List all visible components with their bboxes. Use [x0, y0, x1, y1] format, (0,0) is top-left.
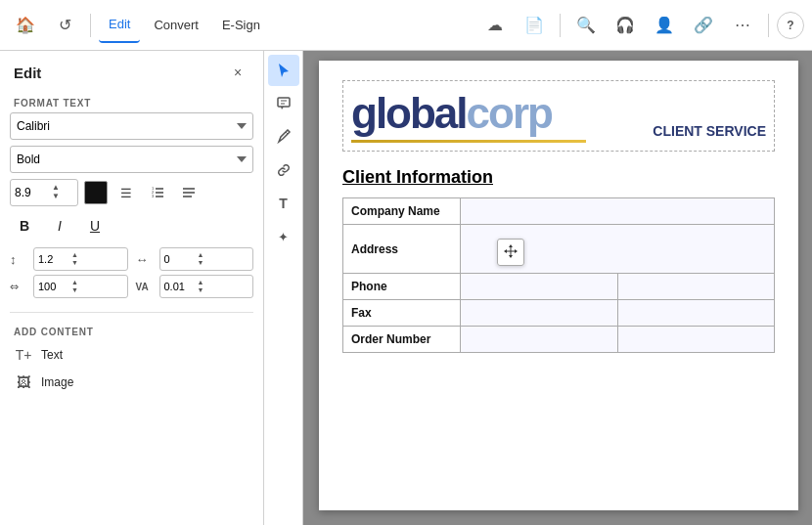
vertical-toolbar: T ✦	[264, 51, 303, 525]
convert-tab[interactable]: Convert	[144, 8, 208, 43]
text-add-icon: T+	[14, 347, 33, 363]
content-area: T ✦ globalcorp CLIENT SERVICE	[264, 51, 812, 525]
line-spacing-arrows[interactable]: ▲▼	[69, 251, 80, 266]
panel-close-button[interactable]: ×	[226, 61, 249, 84]
phone-label: Phone	[343, 274, 461, 300]
svg-rect-9	[278, 98, 290, 107]
logo-global: global	[351, 89, 467, 137]
logo-corp: corp	[467, 89, 552, 137]
unordered-list-button[interactable]: ☰	[113, 180, 139, 205]
baseline-icon: VA	[136, 282, 156, 292]
scale-input[interactable]	[34, 281, 69, 292]
logo-text: globalcorp	[351, 89, 586, 138]
info-table: Company Name Address Phone	[342, 197, 775, 353]
font-family-dropdown-row: Calibri Arial Times New Roman	[10, 112, 253, 140]
edit-tab[interactable]: Edit	[99, 8, 140, 43]
ordered-list-button[interactable]: 123	[145, 180, 170, 205]
document-page: globalcorp CLIENT SERVICE Client Informa…	[319, 61, 798, 510]
search-button[interactable]: 🔍	[568, 8, 604, 43]
baseline-item: VA ▲▼	[136, 275, 254, 298]
baseline-arrows[interactable]: ▲▼	[196, 279, 206, 293]
font-weight-dropdown-row: Bold Regular Italic Bold Italic	[10, 146, 253, 173]
cloud-button[interactable]: ☁	[477, 8, 513, 43]
font-size-input[interactable]	[11, 186, 50, 199]
panel-header: Edit ×	[0, 51, 263, 90]
cursor-tool-button[interactable]	[268, 55, 299, 86]
char-spacing-input[interactable]	[160, 253, 196, 265]
document-button[interactable]: 📄	[517, 8, 552, 43]
text-style-row: B I U	[10, 212, 253, 240]
document-wrapper: globalcorp CLIENT SERVICE Client Informa…	[305, 51, 812, 525]
image-item-label: Image	[41, 375, 73, 389]
fax-value-1	[461, 300, 618, 327]
phone-value-2	[617, 274, 775, 300]
font-size-group: ▲ ▼	[10, 179, 78, 206]
svg-text:3: 3	[152, 194, 155, 198]
bold-button[interactable]: B	[10, 212, 39, 240]
format-section: Calibri Arial Times New Roman Bold Regul…	[0, 112, 263, 306]
align-button[interactable]	[176, 180, 202, 205]
address-label: Address	[343, 225, 461, 274]
magic-tool-button[interactable]: ✦	[268, 221, 299, 252]
person-button[interactable]: 👤	[647, 8, 682, 43]
spacing-grid: ↕ ▲▼ ↔ ▲▼ ⇔ ▲▼	[10, 247, 253, 298]
order-number-value-2	[617, 327, 775, 353]
line-spacing-input[interactable]	[34, 253, 69, 265]
line-spacing-item: ↕ ▲▼	[10, 247, 128, 271]
italic-button[interactable]: I	[45, 212, 74, 240]
back-button[interactable]: ↺	[47, 8, 82, 43]
top-toolbar: 🏠 ↺ Edit Convert E-Sign ☁ 📄 🔍 🎧 👤 🔗 ⋯ ?	[0, 0, 812, 51]
phone-value-1	[461, 274, 618, 300]
font-family-select[interactable]: Calibri Arial Times New Roman	[10, 112, 253, 140]
add-image-item[interactable]: 🖼 Image	[10, 369, 253, 396]
main-layout: Edit × FORMAT TEXT Calibri Arial Times N…	[0, 51, 812, 525]
logo-area: globalcorp CLIENT SERVICE	[342, 80, 775, 152]
left-panel: Edit × FORMAT TEXT Calibri Arial Times N…	[0, 51, 264, 525]
toolbar-divider-2	[560, 14, 561, 37]
panel-divider	[10, 312, 253, 313]
company-name-value	[461, 198, 775, 225]
help-button[interactable]: ?	[777, 12, 804, 39]
underline-button[interactable]: U	[80, 212, 110, 240]
home-button[interactable]: 🏠	[8, 8, 43, 43]
char-spacing-input-group: ▲▼	[159, 247, 254, 271]
esign-tab[interactable]: E-Sign	[212, 8, 270, 43]
baseline-input[interactable]	[160, 281, 196, 292]
add-text-item[interactable]: T+ Text	[10, 341, 253, 369]
scale-icon: ⇔	[10, 281, 29, 293]
scale-arrows[interactable]: ▲▼	[69, 279, 80, 293]
text-item-label: Text	[41, 348, 63, 362]
link-tool-button[interactable]	[268, 154, 299, 186]
more-button[interactable]: ⋯	[725, 8, 760, 43]
text-tool-button[interactable]: T	[268, 188, 299, 219]
headphones-button[interactable]: 🎧	[608, 8, 643, 43]
format-text-label: FORMAT TEXT	[0, 90, 263, 112]
table-row: Company Name	[343, 198, 775, 225]
color-picker[interactable]	[84, 181, 108, 204]
order-number-value-1	[461, 327, 618, 353]
font-weight-select[interactable]: Bold Regular Italic Bold Italic	[10, 146, 253, 173]
line-spacing-icon: ↕	[10, 252, 29, 267]
font-size-arrows[interactable]: ▲ ▼	[50, 184, 62, 201]
client-service-label: CLIENT SERVICE	[653, 123, 766, 143]
link-button[interactable]: 🔗	[686, 8, 721, 43]
toolbar-divider-1	[90, 14, 91, 37]
panel-title: Edit	[14, 65, 41, 81]
table-row: Order Number	[343, 327, 775, 353]
add-content-section: T+ Text 🖼 Image	[0, 341, 263, 396]
fax-label: Fax	[343, 300, 461, 327]
add-content-label: ADD CONTENT	[0, 319, 263, 341]
move-cursor-overlay	[497, 239, 524, 266]
char-spacing-arrows[interactable]: ▲▼	[196, 251, 206, 266]
comment-tool-button[interactable]	[268, 88, 299, 119]
table-row: Phone	[343, 274, 775, 300]
order-number-label: Order Number	[343, 327, 461, 353]
toolbar-divider-3	[768, 14, 769, 37]
char-spacing-icon: ↔	[136, 252, 156, 267]
company-name-label: Company Name	[343, 198, 461, 225]
char-spacing-item: ↔ ▲▼	[136, 247, 254, 271]
client-info-title: Client Information	[342, 167, 775, 188]
pencil-tool-button[interactable]	[268, 121, 299, 153]
image-add-icon: 🖼	[14, 374, 33, 390]
table-row: Fax	[343, 300, 775, 327]
